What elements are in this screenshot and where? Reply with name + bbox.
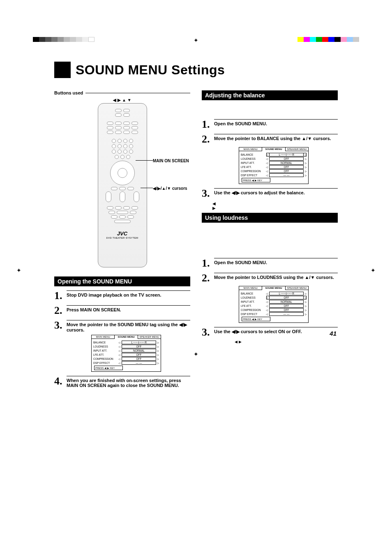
callout-line [141, 188, 153, 188]
registration-mark-icon: ✦ [371, 267, 376, 274]
divider [85, 93, 190, 93]
callout-line [136, 160, 153, 161]
opening-step-3: Move the pointer to the SOUND MENU tag u… [67, 320, 190, 332]
color-bar [33, 37, 95, 42]
step-number: 4. [54, 376, 63, 387]
tab-sound: SOUND MENU [115, 335, 138, 339]
registration-mark-icon: ✦ [194, 37, 198, 44]
section-loudness-title: Using loudness [202, 213, 338, 223]
opening-step-4: When you are finished with on-screen set… [67, 376, 190, 388]
section-balance-title: Adjusting the balance [202, 90, 338, 100]
cursors-callout: ◀/▶/▲/▼ cursors [153, 186, 187, 191]
step-number: 3. [202, 188, 211, 199]
step-number: 3. [202, 327, 211, 338]
section-opening-title: Opening the SOUND MENU [54, 276, 190, 286]
registration-mark-icon: ✦ [194, 351, 198, 357]
cursor-arrows-icon: ◀▶ [212, 201, 338, 210]
page-number: 41 [330, 330, 337, 337]
balance-step-2: Move the pointer to BALANCE using the ▲/… [214, 134, 338, 141]
opening-step-2: Press MAIN ON SCREEN. [67, 305, 190, 312]
cursor-arrows-icon: ◀ ▶ [235, 340, 338, 344]
cursor-arrows-label: ◀ ▶ ▲ ▼ [54, 98, 190, 102]
sound-menu-figure: MAIN MENU SOUND MENU SPEAKER MENU BALANC… [91, 335, 161, 372]
color-bar [297, 37, 359, 42]
registration-mark-icon: ✦ [16, 267, 21, 274]
title-block-icon [54, 62, 71, 78]
tab-main: MAIN MENU [92, 335, 115, 339]
buttons-used-label: Buttons used [54, 90, 83, 95]
sound-menu-figure-loudness: MAIN MENU SOUND MENU SPEAKER MENU BALANC… [239, 286, 309, 323]
step-number: 2. [54, 305, 63, 316]
step-number: 1. [54, 290, 63, 301]
main-on-screen-callout: MAIN ON SCREEN [153, 159, 189, 163]
balance-step-3: Use the ◀/▶ cursors to adjust the balanc… [214, 188, 338, 196]
sound-menu-figure-balance: MAIN MENU SOUND MENU SPEAKER MENU BALANC… [239, 147, 309, 184]
loudness-step-2: Move the pointer to LOUDNESS using the ▲… [214, 273, 338, 280]
remote-illustration: JVC DVD THEATER SYSYTEM [98, 103, 147, 267]
step-number: 2. [202, 134, 211, 145]
opening-step-1: Stop DVD image playback on the TV screen… [67, 290, 190, 297]
remote-brand: JVC [98, 230, 147, 237]
page-title: SOUND MENU Settings [76, 62, 225, 78]
step-number: 1. [202, 258, 211, 269]
loudness-step-3: Use the ◀/▶ cursors to select ON or OFF. [214, 327, 338, 334]
loudness-step-1: Open the SOUND MENU. [214, 258, 338, 265]
step-number: 3. [54, 320, 63, 331]
step-number: 2. [202, 273, 211, 283]
remote-subtitle: DVD THEATER SYSYTEM [98, 237, 147, 239]
step-number: 1. [202, 119, 211, 130]
tab-speaker: SPEAKER MENU [138, 335, 161, 339]
balance-step-1: Open the SOUND MENU. [214, 119, 338, 126]
